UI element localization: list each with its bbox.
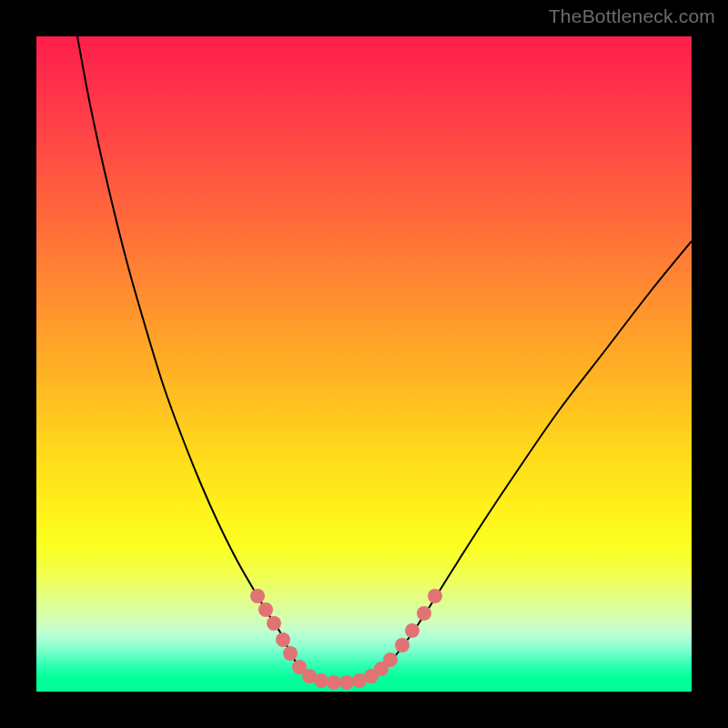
curve-marker bbox=[276, 632, 290, 647]
curve-marker bbox=[267, 616, 281, 631]
curve-markers bbox=[250, 589, 442, 690]
frame-border: TheBottleneck.com bbox=[0, 0, 728, 728]
chart-svg bbox=[36, 36, 692, 692]
curve-marker bbox=[314, 673, 329, 688]
plot-area bbox=[36, 36, 692, 692]
curve-marker bbox=[258, 602, 273, 617]
curve-marker bbox=[283, 646, 298, 661]
curve-marker bbox=[250, 589, 265, 603]
bottleneck-curve bbox=[77, 36, 692, 682]
bottleneck-curve-path bbox=[77, 36, 692, 682]
curve-marker bbox=[428, 589, 442, 603]
curve-marker bbox=[339, 675, 354, 690]
curve-marker bbox=[395, 638, 410, 652]
curve-marker bbox=[383, 652, 398, 667]
curve-marker bbox=[327, 675, 341, 690]
watermark-text: TheBottleneck.com bbox=[549, 5, 715, 27]
curve-marker bbox=[417, 606, 431, 621]
curve-marker bbox=[405, 623, 420, 638]
